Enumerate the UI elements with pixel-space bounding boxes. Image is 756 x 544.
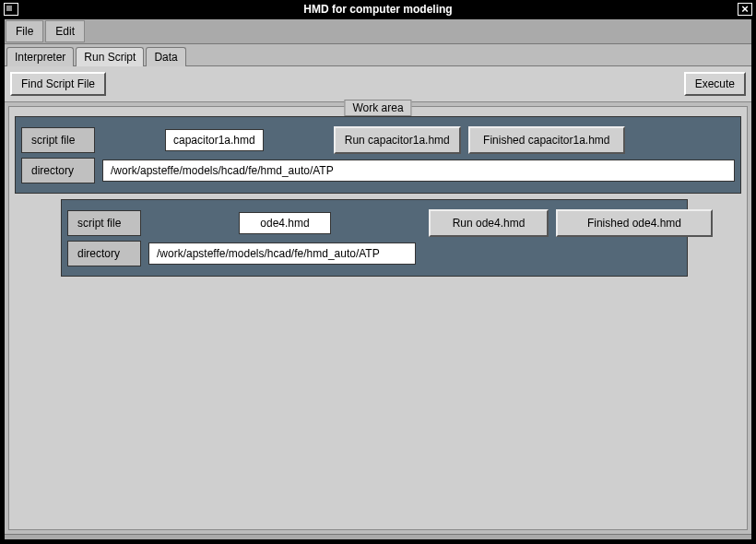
execute-button[interactable]: Execute bbox=[684, 72, 746, 96]
script-card: script file ode4.hmd Run ode4.hmd Finish… bbox=[61, 199, 688, 277]
directory-label: directory bbox=[67, 241, 141, 266]
script-status: Finished capacitor1a.hmd bbox=[468, 126, 625, 154]
script-name-field: ode4.hmd bbox=[239, 212, 331, 234]
close-icon[interactable]: × bbox=[738, 3, 752, 16]
script-name-field: capacitor1a.hmd bbox=[165, 129, 264, 151]
run-script-button[interactable]: Run capacitor1a.hmd bbox=[334, 126, 461, 154]
window-title: HMD for computer modeling bbox=[22, 3, 734, 16]
directory-label: directory bbox=[21, 158, 95, 183]
tab-interpreter[interactable]: Interpreter bbox=[6, 47, 74, 66]
tabbar: Interpreter Run Script Data bbox=[5, 44, 751, 66]
script-card: script file capacitor1a.hmd Run capacito… bbox=[15, 116, 741, 194]
directory-field: /work/apsteffe/models/hcad/fe/hmd_auto/A… bbox=[102, 160, 735, 182]
menu-edit[interactable]: Edit bbox=[45, 20, 85, 42]
window-titlebar: HMD for computer modeling × bbox=[0, 0, 756, 18]
menu-file[interactable]: File bbox=[6, 20, 43, 42]
tab-data[interactable]: Data bbox=[146, 47, 185, 66]
script-status: Finished ode4.hmd bbox=[556, 209, 713, 237]
find-script-file-button[interactable]: Find Script File bbox=[10, 72, 106, 96]
window-menu-icon[interactable] bbox=[4, 3, 18, 16]
menubar: File Edit bbox=[5, 19, 751, 44]
run-script-button[interactable]: Run ode4.hmd bbox=[429, 209, 549, 237]
status-bar bbox=[5, 534, 751, 539]
directory-field: /work/apsteffe/models/hcad/fe/hmd_auto/A… bbox=[148, 242, 416, 265]
work-area-label: Work area bbox=[344, 100, 411, 116]
script-file-label: script file bbox=[21, 127, 95, 153]
script-file-label: script file bbox=[67, 210, 141, 236]
tab-run-script[interactable]: Run Script bbox=[76, 47, 144, 66]
work-area: Work area script file capacitor1a.hmd Ru… bbox=[8, 106, 748, 530]
toolbar: Find Script File Execute bbox=[5, 66, 751, 102]
